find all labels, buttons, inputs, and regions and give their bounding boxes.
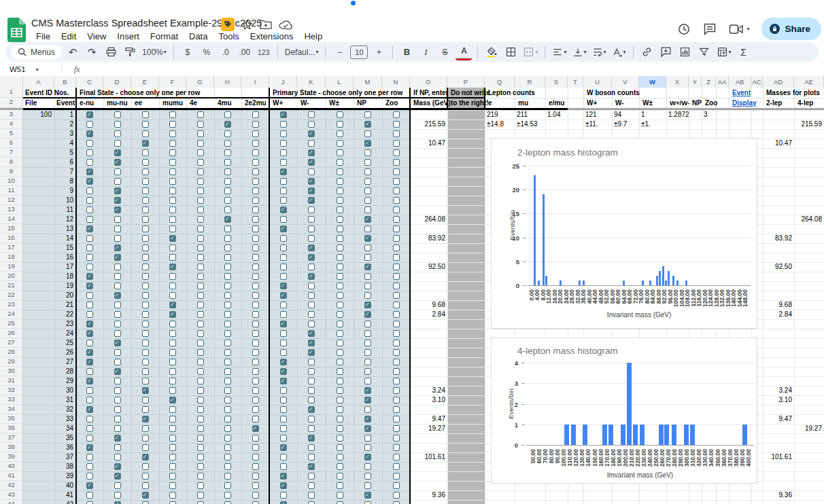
checkbox-primary-3-row5[interactable] (364, 130, 371, 137)
checkbox-primary-3-row29[interactable] (364, 359, 371, 365)
cell-B28[interactable]: 26 (54, 348, 76, 357)
checkbox-final-4mu-row5[interactable] (224, 130, 231, 137)
checkbox-primary-3-row22[interactable] (364, 292, 371, 299)
checkbox-primary-4-row13[interactable] (393, 206, 400, 213)
cloud-status-icon[interactable] (279, 20, 292, 30)
column-header-O[interactable]: O (410, 76, 447, 88)
checkbox-primary-4-row17[interactable] (393, 245, 400, 251)
checkbox-primary-1-row10[interactable] (308, 178, 315, 185)
checkbox-primary-2-row7[interactable] (337, 149, 343, 156)
row-header-37[interactable]: 37 (0, 433, 23, 443)
checkbox-final-2e2mu-row35[interactable] (252, 416, 259, 422)
row-header-40[interactable]: 40 (0, 462, 23, 471)
cell-B19[interactable]: 17 (54, 262, 76, 272)
column-header-H[interactable]: H (214, 76, 241, 88)
checkbox-final-2e2mu-row16[interactable] (252, 235, 259, 242)
checkbox-primary-4-row22[interactable] (393, 292, 400, 299)
checkbox-primary-3-row44[interactable] (364, 501, 371, 504)
checkbox-final-e-nu-row10[interactable] (86, 178, 93, 185)
checkbox-primary-0-row4[interactable] (280, 121, 287, 128)
checkbox-primary-4-row30[interactable] (393, 368, 400, 375)
cell-A3[interactable]: 100 (23, 110, 54, 120)
cell-B12[interactable]: 10 (54, 196, 76, 205)
column-header-V[interactable]: V (612, 76, 639, 88)
checkbox-primary-3-row21[interactable] (364, 283, 371, 289)
checkbox-final-mumu-row36[interactable] (169, 425, 176, 432)
row-header-38[interactable]: 38 (0, 443, 23, 452)
checkbox-final-mumu-row44[interactable] (169, 501, 176, 504)
row-header-42[interactable]: 42 (0, 481, 23, 490)
cell-B17[interactable]: 15 (54, 243, 76, 253)
checkbox-primary-1-row44[interactable] (308, 501, 315, 504)
checkbox-final-4mu-row7[interactable] (224, 149, 231, 156)
number-format-button[interactable]: 123 (256, 45, 272, 60)
checkbox-primary-3-row31[interactable] (364, 378, 371, 384)
checkbox-primary-1-row4[interactable] (308, 121, 315, 128)
checkbox-primary-2-row9[interactable] (337, 168, 343, 175)
checkbox-final-e-nu-row32[interactable] (86, 387, 93, 394)
checkbox-final-2e2mu-row36[interactable] (252, 425, 259, 432)
checkbox-primary-0-row26[interactable] (280, 330, 287, 337)
checkbox-primary-1-row25[interactable] (308, 321, 315, 327)
checkbox-primary-4-row42[interactable] (393, 482, 400, 489)
checkbox-final-mu-nu-row24[interactable] (114, 311, 121, 318)
checkbox-primary-1-row39[interactable] (308, 454, 315, 461)
cell-S3[interactable]: 1.04 (545, 110, 568, 120)
increase-font-button[interactable]: + (371, 45, 387, 60)
checkbox-final-2e2mu-row26[interactable] (252, 330, 259, 337)
checkbox-final-2e2mu-row43[interactable] (252, 492, 259, 499)
checkbox-primary-3-row43[interactable] (364, 492, 371, 499)
checkbox-primary-2-row22[interactable] (337, 292, 343, 299)
checkbox-final-e-nu-row8[interactable] (86, 159, 93, 166)
checkbox-primary-0-row20[interactable] (280, 273, 287, 280)
cell-B33[interactable]: 31 (54, 395, 76, 405)
checkbox-primary-2-row28[interactable] (337, 349, 343, 356)
checkbox-final-ee-row40[interactable] (142, 463, 149, 470)
cell-B20[interactable]: 18 (54, 272, 76, 281)
checkbox-final-e-nu-row14[interactable] (86, 216, 93, 223)
checkbox-primary-0-row29[interactable] (280, 359, 287, 365)
checkbox-final-e-nu-row26[interactable] (86, 330, 93, 337)
checkbox-primary-3-row38[interactable] (364, 444, 371, 451)
checkbox-final-4mu-row26[interactable] (224, 330, 231, 337)
row-header-19[interactable]: 19 (0, 262, 23, 272)
checkbox-final-4mu-row44[interactable] (224, 501, 231, 504)
checkbox-final-2e2mu-row6[interactable] (252, 140, 259, 147)
checkbox-primary-2-row36[interactable] (337, 425, 343, 432)
checkbox-final-2e2mu-row22[interactable] (252, 292, 259, 299)
checkbox-primary-3-row25[interactable] (364, 321, 371, 327)
checkbox-final-mumu-row8[interactable] (169, 159, 176, 166)
checkbox-final-4e-row13[interactable] (197, 206, 204, 213)
column-header-AA[interactable]: AA (716, 76, 729, 88)
checkbox-final-ee-row38[interactable] (142, 444, 149, 451)
checkbox-primary-2-row10[interactable] (337, 178, 343, 185)
checkbox-final-2e2mu-row44[interactable] (252, 501, 259, 504)
functions-button[interactable]: Σ (736, 45, 752, 60)
checkbox-final-4mu-row11[interactable] (224, 187, 231, 194)
checkbox-final-ee-row12[interactable] (142, 197, 149, 204)
cell-B34[interactable]: 32 (54, 405, 76, 414)
checkbox-final-e-nu-row12[interactable] (86, 197, 93, 204)
checkbox-final-2e2mu-row39[interactable] (252, 454, 259, 461)
checkbox-final-e-nu-row6[interactable] (86, 140, 93, 147)
checkbox-primary-2-row6[interactable] (337, 140, 343, 147)
checkbox-final-e-nu-row28[interactable] (86, 349, 93, 356)
checkbox-final-ee-row15[interactable] (142, 226, 149, 232)
strikethrough-button[interactable]: S (436, 45, 453, 60)
checkbox-final-4e-row9[interactable] (197, 168, 204, 175)
cell-O16[interactable]: 83.92 (410, 234, 447, 243)
checkbox-final-mumu-row14[interactable] (169, 216, 176, 223)
checkbox-primary-2-row18[interactable] (337, 254, 343, 261)
checkbox-primary-4-row44[interactable] (393, 501, 400, 504)
checkbox-final-ee-row14[interactable] (142, 216, 149, 223)
checkbox-primary-3-row23[interactable] (364, 302, 371, 308)
checkbox-primary-2-row35[interactable] (337, 416, 343, 422)
checkbox-primary-4-row36[interactable] (393, 425, 400, 432)
checkbox-final-ee-row16[interactable] (142, 235, 149, 242)
checkbox-final-e-nu-row39[interactable] (86, 454, 93, 461)
checkbox-primary-0-row38[interactable] (280, 444, 287, 451)
checkbox-final-4e-row44[interactable] (197, 501, 204, 504)
row-header-3[interactable]: 3 (0, 110, 23, 120)
checkbox-final-ee-row29[interactable] (142, 359, 149, 365)
column-header-F[interactable]: F (159, 76, 186, 88)
